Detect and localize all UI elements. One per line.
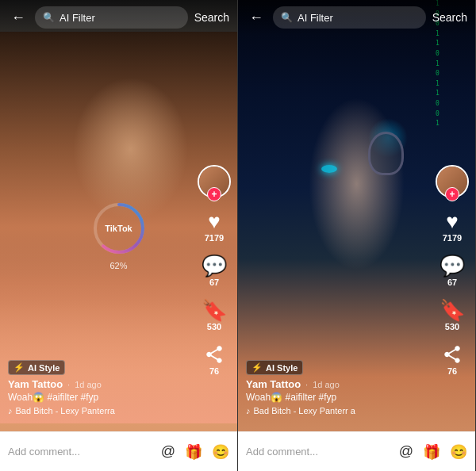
ai-badge-text-right: AI Style [266,363,298,373]
comment-action-right[interactable]: 💬 67 [440,255,465,287]
comment-icon-left: 💬 [202,255,227,276]
music-icon-right: ♪ [246,406,251,415]
share-count-left: 76 [209,366,219,376]
bookmark-icon-right: 🔖 [440,300,465,320]
caption-left: Woah😱 #aifilter #fyp [8,392,182,403]
back-button-left[interactable]: ← [8,6,29,29]
dot-right: · [305,380,308,389]
ai-badge-icon-left: ⚡ [13,362,25,373]
ai-badge-left[interactable]: ⚡ AI Style [8,360,65,375]
username-right[interactable]: Yam Tattoo [246,378,301,390]
bookmark-count-left: 530 [207,322,221,331]
top-bar-left: ← 🔍 AI Filter Search [0,0,237,35]
time-left: 1d ago [75,380,102,389]
bookmark-count-right: 530 [445,322,459,331]
search-button-left[interactable]: Search [194,11,229,24]
share-count-right: 76 [447,366,457,376]
music-line-left[interactable]: ♪ Bad Bitch - Lexy Panterra [8,406,182,415]
music-text-right: Bad Bitch - Lexy Panterr a [254,406,355,415]
search-bar-left[interactable]: 🔍 AI Filter [35,6,188,29]
search-button-right[interactable]: Search [432,11,467,24]
bookmark-action-right[interactable]: 🔖 530 [440,300,465,331]
time-right: 1d ago [313,380,340,389]
cyber-eye-glow [321,165,337,173]
share-icon-left [204,344,225,365]
ai-badge-icon-right: ⚡ [251,362,263,373]
username-line-right: Yam Tattoo · 1d ago [246,378,420,390]
follow-button-right[interactable]: + [445,187,459,201]
heart-icon-left: ♥ [208,211,220,232]
music-text-left: Bad Bitch - Lexy Panterra [16,406,115,415]
username-left[interactable]: Yam Tattoo [8,378,63,390]
avatar-container-right[interactable]: + [436,165,469,198]
search-text-right: AI Filter [298,12,333,24]
comment-icons-left: @ 🎁 😊 [161,443,229,461]
bottom-info-left: ⚡ AI Style Yam Tattoo · 1d ago Woah😱 #ai… [0,359,190,415]
avatar-container-left[interactable]: + [198,165,231,198]
gift-icon-left[interactable]: 🎁 [185,443,202,461]
right-panel: 1 0 0 1 1 0 1 0 1 1 0 0 1 ← 🔍 AI Filter … [238,0,476,471]
emoji-icon-right[interactable]: 😊 [450,443,467,461]
loader-ring: TikTok [91,201,147,256]
username-line-left: Yam Tattoo · 1d ago [8,378,182,390]
loader-brand: TikTok [105,224,132,233]
loader-percent: 62% [109,261,127,270]
caption-right: Woah😱 #aifilter #fyp [246,392,420,403]
comment-bar-right: Add comment... @ 🎁 😊 [238,431,475,471]
back-button-right[interactable]: ← [246,6,267,29]
like-count-right: 7179 [443,233,462,243]
comment-bar-left: Add comment... @ 🎁 😊 [0,431,237,471]
top-bar-right: ← 🔍 AI Filter Search [238,0,475,35]
search-bar-right[interactable]: 🔍 AI Filter [273,6,426,29]
share-action-right[interactable]: 76 [442,344,463,376]
bookmark-action-left[interactable]: 🔖 530 [202,300,227,331]
share-action-left[interactable]: 76 [204,344,225,376]
comment-icon-right: 💬 [440,255,465,276]
music-icon-left: ♪ [8,406,13,415]
heart-icon-right: ♥ [446,211,458,232]
like-action-left[interactable]: ♥ 7179 [205,211,224,243]
comment-icons-right: @ 🎁 😊 [399,443,467,461]
emoji-icon-left[interactable]: 😊 [212,443,229,461]
comment-input-right[interactable]: Add comment... [246,446,391,458]
tiktok-loader: TikTok 62% [91,201,147,270]
gift-icon-right[interactable]: 🎁 [423,443,440,461]
ai-badge-text-left: AI Style [28,363,60,373]
left-panel: ← 🔍 AI Filter Search TikTok [0,0,238,471]
search-icon-right: 🔍 [281,12,293,23]
like-action-right[interactable]: ♥ 7179 [443,211,462,243]
like-count-left: 7179 [205,233,224,243]
right-actions-left: + ♥ 7179 💬 67 🔖 530 76 [198,165,231,376]
bottom-info-right: ⚡ AI Style Yam Tattoo · 1d ago Woah😱 #ai… [238,359,428,415]
headphone-detail [368,132,404,175]
ai-badge-right[interactable]: ⚡ AI Style [246,360,303,375]
comment-count-left: 67 [209,278,219,287]
follow-button-left[interactable]: + [207,187,221,201]
comment-input-left[interactable]: Add comment... [8,446,153,458]
right-actions-right: + ♥ 7179 💬 67 🔖 530 76 [436,165,469,376]
search-icon-left: 🔍 [43,12,55,23]
search-text-left: AI Filter [60,12,95,24]
music-line-right[interactable]: ♪ Bad Bitch - Lexy Panterr a [246,406,420,415]
share-icon-right [442,344,463,365]
bookmark-icon-left: 🔖 [202,300,227,320]
at-icon-left[interactable]: @ [161,443,175,460]
comment-count-right: 67 [447,278,457,287]
at-icon-right[interactable]: @ [399,443,413,460]
dot-left: · [67,380,70,389]
comment-action-left[interactable]: 💬 67 [202,255,227,287]
